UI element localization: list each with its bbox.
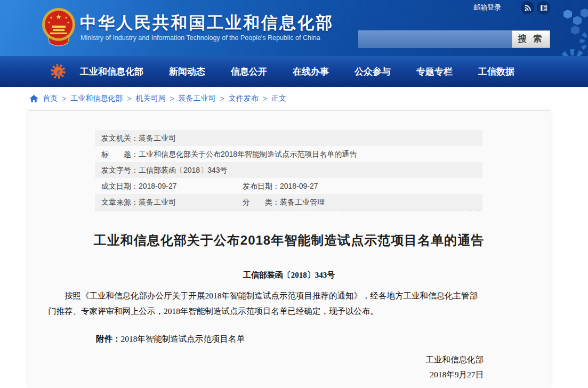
signature-org: 工业和信息化部	[28, 352, 484, 367]
article-body: 按照《工业和信息化部办公厅关于开展2018年智能制造试点示范项目推荐的通知》，经…	[48, 288, 484, 319]
breadcrumb-ministry[interactable]: 工业和信息化部	[70, 94, 123, 103]
meta-value: 装备工业司	[139, 198, 176, 206]
breadcrumb-separator: >	[62, 94, 66, 103]
meta-row-dates: 成文日期：2018-09-27 发布日期：2018-09-27	[95, 178, 482, 194]
signature-block: 工业和信息化部 2018年9月27日	[28, 352, 484, 382]
search-input[interactable]	[358, 30, 512, 48]
attachment-line: 附件：2018年智能制造试点示范项目名单	[96, 334, 550, 345]
breadcrumb-document-release[interactable]: 文件发布	[229, 94, 259, 103]
meta-value: 工业和信息化部关于公布2018年智能制造试点示范项目名单的通告	[139, 150, 357, 158]
site-header: ★ ★ ★ ★ ★ 中华人民共和国工业和信息化部 Ministry of Ind…	[0, 0, 588, 56]
svg-text:e: e	[57, 67, 60, 76]
national-emblem-logo: ★ ★ ★ ★ ★	[42, 7, 76, 50]
site-subtitle-en: Ministry of Industry and Information Tec…	[80, 34, 320, 42]
svg-text:★: ★	[55, 13, 62, 21]
svg-text:★: ★	[65, 16, 67, 19]
main-nav: e 工业和信息化部 新闻动态 信息公开 在线办事 公众参与 专题专栏 工信数据	[0, 56, 588, 87]
svg-text:★: ★	[67, 21, 69, 24]
meta-value: 2018-09-27	[139, 182, 177, 190]
mail-login-link[interactable]: 邮箱登录	[473, 3, 501, 12]
newspaper-icon[interactable]	[537, 1, 550, 14]
doc-meta-table: 发文机关：装备工业司 标 题：工业和信息化部关于公布2018年智能制造试点示范项…	[95, 130, 482, 211]
breadcrumb-departments[interactable]: 机关司局	[135, 94, 165, 103]
svg-text:★: ★	[47, 21, 50, 24]
meta-value: 2018-09-27	[280, 182, 318, 190]
meta-label: 文章来源：	[101, 198, 139, 206]
article-title: 工业和信息化部关于公布2018年智能制造试点示范项目名单的通告	[28, 232, 550, 249]
meta-row-issuing-org: 发文机关：装备工业司	[95, 130, 482, 146]
meta-row-title: 标 题：工业和信息化部关于公布2018年智能制造试点示范项目名单的通告	[95, 146, 482, 162]
breadcrumb-equipment-dept[interactable]: 装备工业司	[179, 94, 216, 103]
nav-item-online-services[interactable]: 在线办事	[293, 66, 329, 78]
meta-row-source-category: 文章来源：装备工业司 分 类：装备工业管理	[95, 194, 482, 210]
nav-items: 工业和信息化部 新闻动态 信息公开 在线办事 公众参与 专题专栏 工信数据	[0, 66, 514, 78]
breadcrumb-separator: >	[263, 94, 267, 103]
content-panel: 发文机关：装备工业司 标 题：工业和信息化部关于公布2018年智能制造试点示范项…	[28, 110, 550, 388]
attachment-label: 附件：	[96, 334, 121, 343]
meta-value: 工信部装函〔2018〕343号	[139, 166, 228, 174]
svg-text:★: ★	[50, 16, 52, 19]
meta-label: 发文机关：	[101, 134, 139, 142]
nav-item-public-participation[interactable]: 公众参与	[355, 66, 391, 78]
signature-date: 2018年9月27日	[28, 367, 484, 382]
search-button[interactable]: 搜 索	[512, 30, 550, 48]
meta-label: 分 类：	[243, 198, 280, 206]
nav-item-info-disclosure[interactable]: 信息公开	[231, 66, 267, 78]
meta-value: 装备工业管理	[280, 198, 325, 206]
breadcrumb-separator: >	[127, 94, 131, 103]
meta-label: 发布日期：	[243, 182, 280, 190]
meta-value: 装备工业司	[139, 134, 176, 142]
home-icon[interactable]	[29, 94, 38, 103]
breadcrumb-current-article[interactable]: 正文	[271, 94, 286, 103]
nav-item-special-topics[interactable]: 专题专栏	[416, 66, 453, 78]
meta-label: 标 题：	[101, 150, 139, 158]
breadcrumb-separator: >	[220, 94, 224, 103]
breadcrumb-separator: >	[170, 94, 174, 103]
meta-label: 发文字号：	[101, 166, 139, 174]
nav-item-ministry[interactable]: 工业和信息化部	[80, 66, 143, 78]
miit-gear-logo-icon: e	[50, 63, 67, 80]
meta-row-doc-number: 发文字号：工信部装函〔2018〕343号	[95, 162, 482, 178]
attachment-link[interactable]: 2018年智能制造试点示范项目名单	[121, 334, 245, 343]
nav-item-miit-data[interactable]: 工信数据	[478, 66, 514, 78]
doc-number: 工信部装函〔2018〕343号	[28, 270, 550, 280]
meta-label: 成文日期：	[101, 182, 139, 190]
breadcrumb: 首页 > 工业和信息化部 > 机关司局 > 装备工业司 > 文件发布 > 正文	[0, 87, 588, 110]
nav-item-news[interactable]: 新闻动态	[169, 66, 205, 78]
site-title: 中华人民共和国工业和信息化部	[80, 12, 334, 34]
rss-icon[interactable]	[521, 1, 534, 14]
breadcrumb-home[interactable]: 首页	[43, 94, 58, 103]
